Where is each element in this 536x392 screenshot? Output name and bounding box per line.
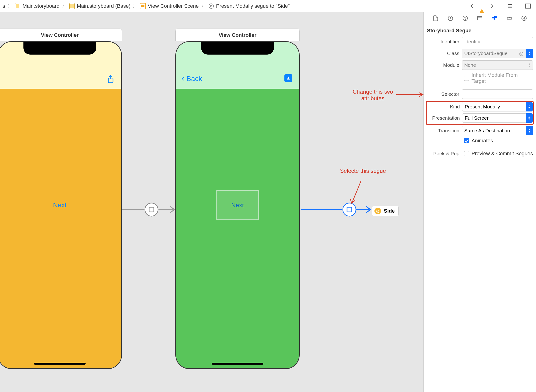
back-button[interactable]: Back bbox=[181, 75, 202, 83]
svg-point-10 bbox=[145, 203, 158, 216]
scene-title-bar[interactable]: View Controller bbox=[175, 28, 300, 41]
download-icon[interactable] bbox=[284, 74, 292, 82]
top-toolbar: ls Main.storyboard Main.storyboard (Base… bbox=[0, 0, 536, 12]
breadcrumb: ls Main.storyboard Main.storyboard (Base… bbox=[0, 2, 462, 10]
storyboard-canvas[interactable]: View Controller Next bbox=[0, 12, 423, 392]
kind-select[interactable]: Present Modally bbox=[462, 102, 533, 112]
device-frame: Next bbox=[0, 41, 122, 369]
breadcrumb-label: Main.storyboard bbox=[23, 3, 60, 9]
next-button[interactable]: Next bbox=[53, 201, 67, 209]
container-view[interactable]: Next bbox=[216, 190, 259, 220]
svg-point-28 bbox=[494, 18, 495, 19]
nav-forward-button[interactable] bbox=[488, 2, 496, 10]
file-inspector-tab[interactable] bbox=[431, 14, 440, 23]
peek-pop-checkbox[interactable] bbox=[464, 151, 469, 156]
storyboard-ref-icon: ◎ bbox=[374, 208, 381, 214]
transition-row: Transition Same As Destination bbox=[426, 126, 533, 135]
size-inspector-tab[interactable] bbox=[505, 14, 513, 23]
assistant-editor-button[interactable] bbox=[524, 2, 532, 10]
animates-label: Animates bbox=[472, 138, 493, 144]
back-button-label: Back bbox=[187, 75, 202, 83]
module-label: Module bbox=[426, 62, 462, 68]
chevron-right-icon bbox=[62, 3, 67, 9]
svg-rect-15 bbox=[347, 207, 352, 212]
scene-title-bar[interactable]: View Controller bbox=[0, 28, 122, 41]
class-navigate-icon[interactable]: ◎ bbox=[518, 51, 525, 57]
divider bbox=[519, 3, 519, 9]
kind-row: Kind Present Modally bbox=[427, 102, 533, 112]
storyboard-file-icon bbox=[14, 3, 21, 9]
identity-inspector-tab[interactable] bbox=[475, 14, 484, 23]
storyboard-file-icon bbox=[69, 3, 75, 9]
dropdown-arrows-icon: ▲▼ bbox=[526, 61, 533, 70]
inspector-panel: Storyboard Segue Identifier Class ◎ Modu… bbox=[423, 12, 536, 392]
presentation-select[interactable]: Full Screen bbox=[462, 113, 533, 123]
home-indicator bbox=[212, 363, 263, 365]
svg-point-21 bbox=[465, 19, 465, 20]
chevron-right-icon bbox=[7, 3, 13, 9]
help-inspector-tab[interactable] bbox=[461, 14, 469, 23]
annotation-line: Change this two bbox=[349, 89, 396, 95]
animates-checkbox[interactable] bbox=[464, 138, 469, 143]
presentation-label: Presentation bbox=[427, 115, 462, 121]
inherit-module-checkbox[interactable] bbox=[464, 76, 469, 81]
svg-line-17 bbox=[352, 181, 361, 202]
inspector-tab-bar bbox=[424, 12, 536, 24]
breadcrumb-label: Present Modally segue to "Side" bbox=[216, 3, 290, 9]
divider bbox=[501, 3, 501, 9]
device-frame: Back Next bbox=[175, 41, 300, 369]
scene-title-label: View Controller bbox=[41, 32, 79, 38]
selector-label: Selector bbox=[426, 91, 462, 97]
identifier-input[interactable] bbox=[462, 37, 533, 46]
warning-icon[interactable] bbox=[479, 3, 484, 9]
svg-rect-11 bbox=[149, 207, 154, 212]
peek-pop-label: Peek & Pop bbox=[426, 151, 462, 156]
animates-row: Animates bbox=[426, 138, 533, 144]
outline-toggle-button[interactable] bbox=[506, 2, 514, 10]
toolbar-right-group bbox=[462, 2, 536, 10]
annotation-text: Change this two attributes bbox=[349, 89, 396, 102]
class-label: Class bbox=[426, 51, 462, 56]
storyboard-ref-label: Side bbox=[384, 208, 395, 214]
chevron-right-icon bbox=[201, 3, 206, 9]
scene-icon bbox=[140, 3, 146, 9]
annotation-text: Selecte this segue bbox=[340, 168, 386, 174]
svg-point-14 bbox=[343, 203, 356, 216]
annotation-line: attributes bbox=[349, 95, 396, 102]
history-inspector-tab[interactable] bbox=[446, 14, 455, 23]
breadcrumb-item[interactable]: Present Modally segue to "Side" bbox=[208, 2, 290, 10]
transition-select[interactable]: Same As Destination bbox=[462, 126, 533, 135]
breadcrumb-item[interactable]: Main.storyboard bbox=[14, 2, 60, 10]
inherit-module-label: Inherit Module From Target bbox=[472, 72, 533, 84]
scene-view-controller-1[interactable]: View Controller Next bbox=[0, 28, 122, 369]
segue-icon bbox=[208, 3, 214, 9]
breadcrumb-item[interactable]: ls bbox=[1, 2, 6, 10]
share-icon[interactable] bbox=[107, 75, 115, 85]
kind-label: Kind bbox=[427, 104, 462, 110]
peek-pop-checkbox-label: Preview & Commit Segues bbox=[472, 151, 533, 157]
device-notch bbox=[201, 42, 274, 55]
class-row: Class ◎ bbox=[426, 49, 533, 58]
storyboard-reference-side[interactable]: ◎ Side bbox=[372, 205, 399, 216]
module-select[interactable] bbox=[462, 61, 533, 70]
next-button[interactable]: Next bbox=[231, 202, 244, 209]
nav-back-button[interactable] bbox=[468, 2, 476, 10]
view-body bbox=[0, 89, 121, 368]
scene-view-controller-2[interactable]: View Controller Back bbox=[175, 28, 300, 369]
svg-rect-22 bbox=[478, 16, 482, 20]
view-body bbox=[176, 89, 299, 368]
breadcrumb-label: Main.storyboard (Base) bbox=[77, 3, 131, 9]
divider bbox=[426, 147, 533, 147]
svg-point-27 bbox=[492, 17, 493, 18]
breadcrumb-item[interactable]: View Controller Scene bbox=[139, 2, 199, 10]
module-row: Module ▲▼ bbox=[426, 61, 533, 70]
inspector-body: Storyboard Segue Identifier Class ◎ Modu… bbox=[424, 24, 536, 392]
selector-input[interactable] bbox=[462, 89, 533, 99]
peek-pop-row: Peek & Pop Preview & Commit Segues bbox=[426, 151, 533, 157]
breadcrumb-item[interactable]: Main.storyboard (Base) bbox=[68, 2, 131, 10]
attributes-inspector-tab[interactable] bbox=[490, 14, 499, 23]
identifier-row: Identifier bbox=[426, 37, 533, 46]
annotation-line: Selecte this segue bbox=[340, 168, 386, 174]
connections-inspector-tab[interactable] bbox=[520, 14, 528, 23]
identifier-label: Identifier bbox=[426, 39, 462, 45]
